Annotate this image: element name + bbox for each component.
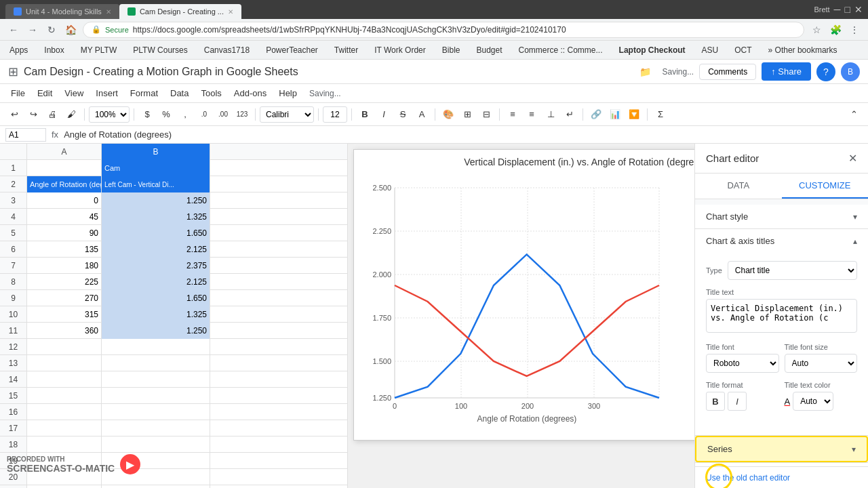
row-num-13[interactable]: 13 (0, 355, 26, 371)
cell-11a[interactable]: 360 (27, 323, 102, 339)
menu-addons[interactable]: Add-ons (229, 86, 272, 100)
merge-button[interactable]: ⊟ (477, 106, 495, 123)
menu-tools[interactable]: Tools (195, 86, 226, 100)
chart-container[interactable]: Vertical Displacement (in.) vs. Angle of… (353, 149, 695, 441)
fill-color-button[interactable]: 🎨 (439, 106, 457, 123)
chart-axis-titles-header[interactable]: Chart & axis titles ▴ (695, 229, 868, 253)
cell-8a[interactable]: 225 (27, 274, 102, 290)
browser-tab-2[interactable]: Cam Design - Creating ... ✕ (119, 4, 241, 19)
row-num-18[interactable]: 18 (0, 436, 26, 453)
minimize-btn[interactable]: ─ (834, 4, 841, 15)
bookmark-asu[interactable]: ASU (698, 44, 723, 56)
type-select[interactable]: Chart title (728, 261, 857, 280)
bookmark-laptop[interactable]: Laptop Checkout (615, 44, 690, 56)
cell-1b[interactable]: Cam (102, 160, 210, 176)
close-window-btn[interactable]: ✕ (854, 4, 863, 15)
menu-edit[interactable]: Edit (32, 86, 58, 100)
cell-2a[interactable]: Angle of Rotation (degrees) (27, 176, 102, 192)
row-num-8[interactable]: 8 (0, 274, 26, 290)
title-font-select[interactable]: Roboto (706, 354, 779, 373)
menu-insert[interactable]: Insert (90, 86, 123, 100)
wrap-button[interactable]: ↵ (561, 106, 578, 123)
comments-button[interactable]: Comments (699, 64, 756, 80)
formula-button[interactable]: Σ (652, 106, 669, 123)
bold-format-button[interactable]: B (706, 392, 725, 411)
cell-10a[interactable]: 315 (27, 306, 102, 323)
row-num-16[interactable]: 16 (0, 404, 26, 420)
extensions-btn[interactable]: 🧩 (827, 22, 844, 38)
bookmark-apps[interactable]: Apps (5, 44, 32, 56)
undo-button[interactable]: ↩ (5, 106, 23, 123)
folder-icon[interactable]: 📁 (639, 66, 651, 77)
row-num-10[interactable]: 10 (0, 306, 26, 323)
italic-format-button[interactable]: I (728, 392, 747, 411)
zoom-select[interactable]: 100% (89, 106, 130, 123)
cell-9b[interactable]: 1.650 (102, 290, 210, 306)
tab-data[interactable]: DATA (695, 174, 782, 199)
align-left-button[interactable]: ≡ (504, 106, 521, 123)
url-bar[interactable]: 🔒 Secure https://docs.google.com/spreads… (83, 22, 804, 38)
row-num-2[interactable]: 2 (0, 176, 26, 192)
print-button[interactable]: 🖨 (43, 106, 61, 123)
font-select[interactable]: Calibri (260, 106, 314, 123)
forward-button[interactable]: → (24, 22, 41, 38)
chart-style-header[interactable]: Chart style ▾ (695, 205, 868, 228)
row-num-5[interactable]: 5 (0, 225, 26, 241)
color-select[interactable]: Auto (793, 392, 833, 411)
user-avatar[interactable]: B (841, 62, 860, 81)
cell-11b[interactable]: 1.250 (102, 323, 210, 339)
cell-3a[interactable]: 0 (27, 192, 102, 209)
link-button[interactable]: 🔗 (587, 106, 605, 123)
text-color-button[interactable]: A (413, 106, 431, 123)
cell-9a[interactable]: 270 (27, 290, 102, 306)
tab-close-1[interactable]: ✕ (106, 8, 111, 16)
paint-format-button[interactable]: 🖌 (62, 106, 80, 123)
back-button[interactable]: ← (5, 22, 22, 38)
browser-tab-1[interactable]: Unit 4 - Modeling Skills ✕ (5, 4, 119, 19)
comma-button[interactable]: , (176, 106, 194, 123)
row-num-12[interactable]: 12 (0, 339, 26, 355)
bookmark-inbox[interactable]: Inbox (40, 44, 68, 56)
tab-close-2[interactable]: ✕ (228, 8, 233, 16)
row-num-11[interactable]: 11 (0, 323, 26, 339)
bookmark-oct[interactable]: OCT (730, 44, 755, 56)
border-button[interactable]: ⊞ (458, 106, 476, 123)
dec-up-button[interactable]: .00 (214, 106, 232, 123)
cell-4b[interactable]: 1.325 (102, 209, 210, 225)
chart-button[interactable]: 📊 (606, 106, 624, 123)
bookmark-twitter[interactable]: Twitter (330, 44, 362, 56)
cell-3b[interactable]: 1.250 (102, 192, 210, 209)
menu-data[interactable]: Data (165, 86, 194, 100)
col-header-a[interactable]: A (27, 144, 102, 160)
bookmark-pltw-courses[interactable]: PLTW Courses (129, 44, 191, 56)
bookmark-canvas[interactable]: Canvas1718 (200, 44, 254, 56)
cell-6a[interactable]: 135 (27, 241, 102, 258)
cell-8b[interactable]: 2.125 (102, 274, 210, 290)
row-num-4[interactable]: 4 (0, 209, 26, 225)
bookmark-commerce[interactable]: Commerce :: Comme... (515, 44, 607, 56)
strikethrough-button[interactable]: S (394, 106, 412, 123)
home-button[interactable]: 🏠 (62, 22, 79, 38)
cell-5b[interactable]: 1.650 (102, 225, 210, 241)
cell-reference[interactable] (5, 128, 46, 142)
bookmark-itwork[interactable]: IT Work Order (370, 44, 430, 56)
redo-button[interactable]: ↪ (24, 106, 42, 123)
cell-7a[interactable]: 180 (27, 258, 102, 274)
bookmark-btn[interactable]: ☆ (808, 22, 825, 38)
row-num-3[interactable]: 3 (0, 192, 26, 209)
menu-file[interactable]: File (5, 86, 31, 100)
filter-button[interactable]: 🔽 (625, 106, 643, 123)
row-num-15[interactable]: 15 (0, 388, 26, 404)
cell-4a[interactable]: 45 (27, 209, 102, 225)
menu-format[interactable]: Format (125, 86, 163, 100)
row-num-14[interactable]: 14 (0, 371, 26, 388)
italic-button[interactable]: I (375, 106, 393, 123)
cell-2b[interactable]: Left Cam - Vertical Di... (102, 176, 210, 192)
bookmark-other[interactable]: » Other bookmarks (764, 44, 842, 56)
maximize-btn[interactable]: □ (845, 4, 850, 15)
refresh-button[interactable]: ↻ (43, 22, 60, 38)
percent-button[interactable]: % (157, 106, 175, 123)
font-size-input[interactable] (323, 106, 347, 123)
valign-button[interactable]: ⊥ (542, 106, 559, 123)
row-num-9[interactable]: 9 (0, 290, 26, 306)
